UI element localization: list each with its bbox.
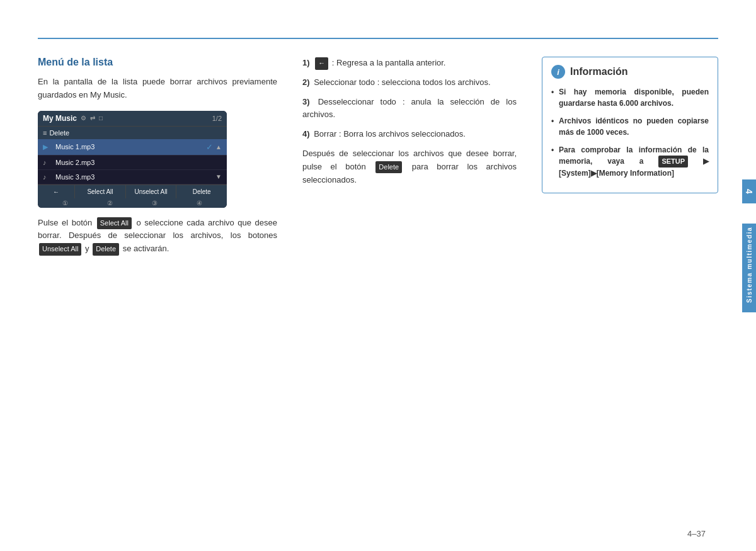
list-item-2[interactable]: ♪ Music 2.mp3 — [38, 156, 227, 170]
instruction-4: 4) Borrar : Borra los archivos seleccion… — [302, 128, 517, 141]
extra-icon: □ — [99, 115, 103, 122]
check-icon-1: ✓ — [206, 142, 213, 152]
num-1: ① — [47, 200, 84, 207]
play-icon: ▶ — [43, 143, 52, 151]
right-column: i Información Si hay memoria disponible,… — [529, 57, 718, 526]
bullet-2: Archivos idénticos no pueden copiarse má… — [551, 115, 709, 138]
num-label-4: 4) — [302, 129, 310, 139]
mid-paragraph: Después de seleccionar los archivos que … — [302, 147, 517, 186]
setup-button[interactable]: SETUP — [658, 156, 688, 168]
info-bullets-list: Si hay memoria disponible, pueden guarda… — [551, 86, 709, 179]
toolbar-file-icon: ≡ — [43, 129, 47, 137]
chapter-number-tab: 4 — [742, 179, 756, 203]
toolbar-delete-label: Delete — [49, 129, 69, 137]
bullet-3: Para comprobar la información de la memo… — [551, 144, 709, 179]
intro-text: En la pantalla de la lista puede borrar … — [38, 76, 277, 102]
page-indicator: 1/2 — [212, 115, 222, 122]
info-title-text: Información — [570, 66, 628, 77]
screen-title: My Music — [43, 114, 77, 123]
info-icon: i — [551, 65, 565, 79]
note-icon-2: ♪ — [43, 159, 52, 166]
num-4: ④ — [181, 200, 219, 207]
chapter-label-text: Sistema multimedia — [746, 227, 753, 303]
num-label-1: 1) — [302, 58, 310, 67]
list-container: ▶ Music 1.mp3 ✓ ▲ ♪ Music 2.mp3 ♪ Music … — [38, 139, 227, 185]
list-item-text-1: Music 1.mp3 — [55, 143, 206, 151]
left-column: Menú de la lista En la pantalla de la li… — [38, 57, 290, 526]
settings-icon: ⚙ — [81, 115, 86, 122]
instruction-text-1: : Regresa a la pantalla anterior. — [332, 58, 446, 67]
list-item-3[interactable]: ♪ Music 3.mp3 ▼ — [38, 170, 227, 185]
delete-inline-btn[interactable]: Delete — [93, 243, 119, 256]
body-text-1: Pulse el botón — [38, 218, 92, 227]
instruction-text-4: Borrar : Borra los archivos seleccionado… — [314, 129, 466, 139]
screen-footer: ← Select All Unselect All Delete — [38, 185, 227, 198]
instruction-text-3: Desseleccionar todo : anula la selección… — [302, 97, 517, 120]
bullet-1: Si hay memoria disponible, pueden guarda… — [551, 86, 709, 109]
instruction-text-2: Seleccionar todo : selecciona todos los … — [314, 77, 490, 87]
usb-icon: ⇄ — [90, 115, 95, 122]
instruction-2: 2) Seleccionar todo : selecciona todos l… — [302, 76, 517, 89]
chapter-number: 4 — [744, 189, 754, 194]
unselect-all-button[interactable]: Unselect All — [126, 185, 177, 198]
num-label-3: 3) — [302, 97, 310, 106]
delete-btn-inline[interactable]: Delete — [375, 161, 402, 174]
body-paragraph: Pulse el botón Select All o seleccione c… — [38, 217, 277, 256]
chapter-label-tab: Sistema multimedia — [742, 224, 756, 312]
num-label-2: 2) — [302, 77, 310, 87]
scroll-up-icon[interactable]: ▲ — [215, 144, 222, 151]
numbered-instructions: 1) ← : Regresa a la pantalla anterior. 2… — [302, 57, 517, 141]
body-text-3: se activarán. — [123, 244, 169, 253]
list-item-text-3: Music 3.mp3 — [55, 173, 213, 181]
info-title-row: i Información — [551, 65, 709, 79]
note-icon-3: ♪ — [43, 173, 52, 181]
num-2: ② — [91, 200, 129, 207]
mid-column: 1) ← : Regresa a la pantalla anterior. 2… — [290, 57, 529, 526]
screen-header-left: My Music ⚙ ⇄ □ — [43, 114, 103, 123]
list-item-text-2: Music 2.mp3 — [55, 159, 219, 166]
list-item-1[interactable]: ▶ Music 1.mp3 ✓ ▲ — [38, 139, 227, 156]
top-divider — [38, 38, 718, 39]
instruction-1: 1) ← : Regresa a la pantalla anterior. — [302, 57, 517, 70]
page-number: 4–37 — [687, 529, 706, 538]
footer-numbers: ① ② ③ ④ — [38, 198, 227, 208]
screen-toolbar: ≡ Delete — [38, 126, 227, 139]
screen-mockup: My Music ⚙ ⇄ □ 1/2 ≡ Delete ▶ Music 1.mp… — [38, 111, 227, 208]
main-content: Menú de la lista En la pantalla de la li… — [38, 57, 718, 526]
info-box: i Información Si hay memoria disponible,… — [542, 57, 718, 193]
y-text: y — [85, 244, 89, 253]
section-title: Menú de la lista — [38, 57, 277, 68]
unselect-all-inline-btn[interactable]: Unselect All — [39, 243, 81, 256]
instruction-3: 3) Desseleccionar todo : anula la selecc… — [302, 96, 517, 122]
delete-button[interactable]: Delete — [176, 185, 227, 198]
select-all-inline-btn[interactable]: Select All — [97, 217, 132, 230]
select-all-button[interactable]: Select All — [75, 185, 126, 198]
screen-header: My Music ⚙ ⇄ □ 1/2 — [38, 111, 227, 126]
scroll-down-icon[interactable]: ▼ — [215, 173, 222, 180]
back-icon-inline: ← — [315, 57, 328, 70]
back-button[interactable]: ← — [38, 185, 75, 198]
num-3: ③ — [136, 200, 174, 207]
